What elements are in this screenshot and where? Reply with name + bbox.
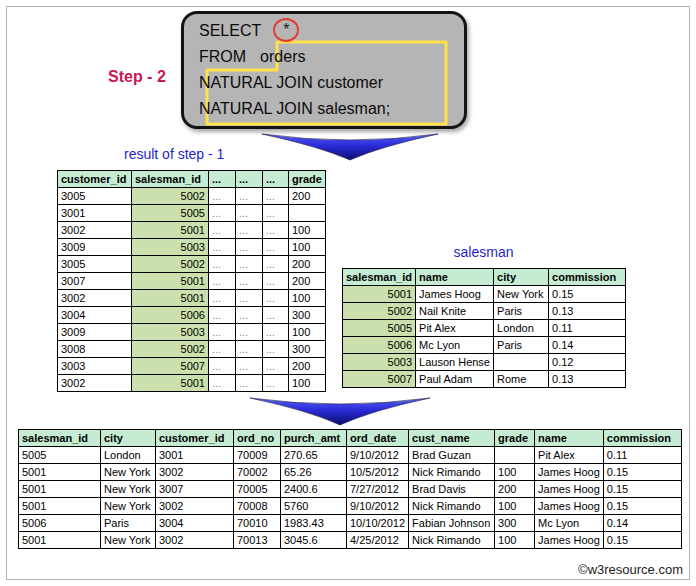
cell: James Hoog: [535, 532, 604, 549]
cell: 70010: [234, 515, 281, 532]
column-header: salesman_id: [132, 171, 209, 188]
cell: 5007: [343, 371, 416, 388]
cell: ...: [209, 358, 236, 375]
table-row: 5001New York30027000857609/10/2012Nick R…: [19, 498, 682, 515]
column-header: customer_id: [156, 430, 234, 447]
cell: ...: [263, 307, 289, 324]
cell: ...: [236, 290, 263, 307]
cell: 5005: [19, 447, 101, 464]
salesman-table-title: salesman: [342, 244, 625, 260]
cell: 5001: [132, 290, 209, 307]
table-row: 30025001.........100: [58, 222, 326, 239]
table-row: 5006Paris3004700101983.4310/10/2012Fabia…: [19, 515, 682, 532]
cell: 3002: [58, 290, 132, 307]
table-row: 30035007.........200: [58, 358, 326, 375]
cell: 200: [289, 273, 326, 290]
cell: James Hoog: [535, 464, 604, 481]
table-row: 5001New York3002700133045.64/25/2012Nick…: [19, 532, 682, 549]
column-header: city: [101, 430, 156, 447]
cell: ...: [209, 222, 236, 239]
cell: ...: [209, 341, 236, 358]
cell: ...: [236, 205, 263, 222]
cell: 5001: [19, 532, 101, 549]
cell: ...: [236, 375, 263, 392]
down-arrow-icon: [250, 397, 430, 426]
cell: ...: [209, 290, 236, 307]
cell: 3005: [58, 256, 132, 273]
cell: London: [101, 447, 156, 464]
cell: ...: [209, 188, 236, 205]
cell: Lauson Hense: [416, 354, 494, 371]
cell: 0.15: [549, 286, 626, 303]
cell: 3002: [156, 464, 234, 481]
query-line-select: SELECT*: [199, 18, 479, 44]
cell: 5005: [132, 205, 209, 222]
cell: ...: [263, 358, 289, 375]
table-row: 30025001.........100: [58, 375, 326, 392]
cell: 65.26: [281, 464, 347, 481]
cell: ...: [209, 256, 236, 273]
cell: 100: [289, 375, 326, 392]
final-result-table: salesman_idcitycustomer_idord_nopurch_am…: [18, 429, 682, 549]
cell: ...: [209, 273, 236, 290]
sql-query-box: SELECT* FROMorders NATURAL JOIN customer…: [181, 11, 467, 129]
cell: James Hoog: [535, 481, 604, 498]
cell: 5001: [132, 375, 209, 392]
cell: Brad Davis: [409, 481, 495, 498]
select-keyword: SELECT: [199, 22, 261, 39]
watermark: ©w3resource.com: [578, 562, 683, 577]
table-row: 30025001.........100: [58, 290, 326, 307]
cell: Brad Guzan: [409, 447, 495, 464]
cell: 5001: [19, 481, 101, 498]
query-text-block: SELECT* FROMorders NATURAL JOIN customer…: [184, 14, 479, 130]
column-header: salesman_id: [19, 430, 101, 447]
cell: 100: [495, 464, 535, 481]
table-row: 30015005.........: [58, 205, 326, 222]
cell: 100: [289, 290, 326, 307]
table-row: 30095003.........100: [58, 239, 326, 256]
cell: 0.12: [549, 354, 626, 371]
cell: 5760: [281, 498, 347, 515]
star-circle: *: [273, 18, 299, 42]
cell: 300: [289, 341, 326, 358]
cell: 5003: [343, 354, 416, 371]
cell: 200: [289, 188, 326, 205]
cell: 3001: [58, 205, 132, 222]
cell: Rome: [494, 371, 549, 388]
cell: New York: [101, 481, 156, 498]
cell: Mc Lyon: [535, 515, 604, 532]
cell: ...: [263, 341, 289, 358]
cell: 5005: [343, 320, 416, 337]
cell: Nick Rimando: [409, 498, 495, 515]
cell: 0.15: [603, 481, 681, 498]
cell: 5001: [343, 286, 416, 303]
cell: ...: [236, 273, 263, 290]
cell: 0.11: [603, 447, 681, 464]
cell: 3002: [156, 532, 234, 549]
column-header: cust_name: [409, 430, 495, 447]
column-header: ord_no: [234, 430, 281, 447]
column-header: ...: [263, 171, 289, 188]
column-header: ord_date: [347, 430, 409, 447]
cell: 5002: [132, 341, 209, 358]
cell: 200: [289, 358, 326, 375]
cell: 9/10/2012: [347, 498, 409, 515]
cell: Nick Rimando: [409, 532, 495, 549]
cell: 3045.6: [281, 532, 347, 549]
table-row: 5005London300170009270.659/10/2012Brad G…: [19, 447, 682, 464]
cell: 70009: [234, 447, 281, 464]
cell: 100: [289, 324, 326, 341]
table-row: 30055002.........200: [58, 188, 326, 205]
cell: ...: [263, 256, 289, 273]
cell: Fabian Johnson: [409, 515, 495, 532]
cell: ...: [263, 188, 289, 205]
table-row: 5001New York3007700052400.67/27/2012Brad…: [19, 481, 682, 498]
cell: 5006: [132, 307, 209, 324]
table-row: 5001James HoogNew York0.15: [343, 286, 626, 303]
column-header: grade: [495, 430, 535, 447]
cell: 1983.43: [281, 515, 347, 532]
header-row: salesman_idcitycustomer_idord_nopurch_am…: [19, 430, 682, 447]
cell: Paris: [101, 515, 156, 532]
cell: New York: [101, 498, 156, 515]
column-header: name: [416, 269, 494, 286]
